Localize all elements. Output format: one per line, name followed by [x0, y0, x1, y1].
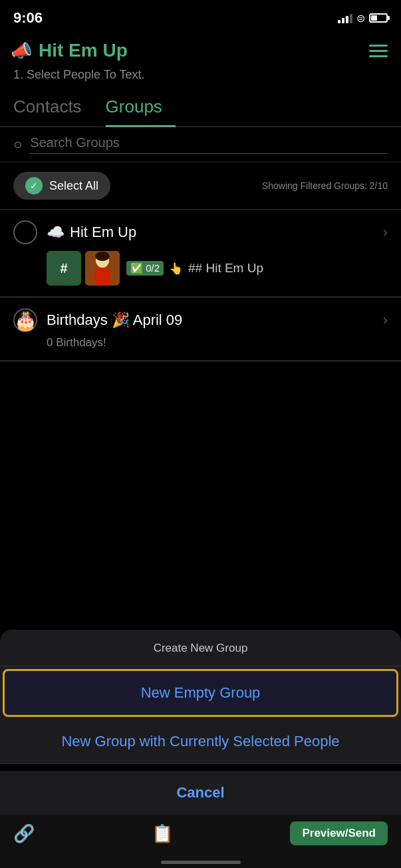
sub-group-name-1: ## Hit Em Up: [188, 261, 263, 276]
bottom-bar: 🔗 📋 Preview/Send: [0, 815, 401, 852]
divider-3: [0, 361, 401, 361]
home-indicator: [161, 861, 241, 864]
check-circle-icon: ✓: [25, 177, 43, 194]
group-title-2: Birthdays 🎉 April 09: [47, 312, 182, 329]
new-group-with-selected-button[interactable]: New Group with Currently Selected People: [0, 720, 401, 764]
bottom-sheet-area: Create New Group New Empty Group New Gro…: [0, 590, 401, 868]
menu-line-1: [369, 45, 388, 47]
group-stats-1: ✅ 0/2 👆 ## Hit Em Up: [126, 261, 263, 276]
thumbnail-img: [85, 251, 120, 286]
signal-icon: [338, 13, 352, 23]
create-group-sheet: Create New Group New Empty Group New Gro…: [0, 630, 401, 764]
group-name-2: Birthdays 🎉 April 09: [47, 312, 374, 329]
header: 📣 Hit Em Up: [0, 33, 401, 68]
search-icon: ○: [13, 136, 22, 153]
pointer-icon: 👆: [169, 262, 183, 276]
document-icon[interactable]: 📋: [152, 823, 173, 844]
group-name-1: ☁️ Hit Em Up: [47, 224, 374, 241]
tab-groups[interactable]: Groups: [106, 91, 176, 127]
menu-line-3: [369, 55, 388, 57]
search-input[interactable]: [30, 135, 388, 154]
count-badge: ✅ 0/2: [126, 261, 164, 276]
sheet-overlay: [0, 590, 401, 630]
attachment-icon[interactable]: 🔗: [13, 823, 35, 844]
status-icons: ⊜: [338, 12, 388, 25]
chevron-right-icon-2: ›: [383, 312, 388, 329]
filter-info: Showing Filtered Groups: 2/10: [262, 180, 388, 191]
tab-contacts[interactable]: Contacts: [13, 91, 95, 126]
group-info-1: ☁️ Hit Em Up: [47, 224, 374, 241]
thumbnail-container-1: #: [47, 251, 120, 286]
preview-send-button[interactable]: Preview/Send: [290, 821, 388, 845]
megaphone-icon: 📣: [11, 41, 32, 61]
group-item-birthdays[interactable]: 🎂 Birthdays 🎉 April 09 › 0 Birthdays!: [0, 298, 401, 361]
group-checkbox-2[interactable]: 🎂: [13, 308, 37, 332]
group-info-2: Birthdays 🎉 April 09: [47, 312, 374, 329]
group-checkbox-1[interactable]: [13, 220, 37, 244]
birthday-cake-icon: 🎂: [14, 310, 37, 331]
cloud-icon: ☁️: [47, 224, 65, 241]
header-left: 📣 Hit Em Up: [11, 40, 128, 61]
menu-button[interactable]: [369, 45, 388, 57]
tabs: Contacts Groups: [0, 91, 401, 127]
group-item-hit-em-up[interactable]: ☁️ Hit Em Up › # ✅ 0/2 👆: [0, 210, 401, 297]
svg-point-4: [95, 252, 110, 261]
svg-rect-2: [94, 268, 110, 286]
group-title-1: Hit Em Up: [70, 224, 136, 241]
subtitle: 1. Select People To Text.: [0, 68, 401, 91]
new-empty-group-button[interactable]: New Empty Group: [3, 669, 398, 717]
home-indicator-area: [0, 852, 401, 868]
battery-icon: [369, 13, 388, 23]
wifi-icon: ⊜: [356, 12, 365, 25]
thumbnail-hash: #: [47, 251, 81, 286]
birthday-sub: 0 Birthdays!: [47, 336, 388, 349]
select-all-row: ✓ Select All Showing Filtered Groups: 2/…: [0, 162, 401, 209]
chevron-right-icon-1: ›: [383, 224, 388, 241]
cancel-button[interactable]: Cancel: [0, 771, 401, 815]
menu-line-2: [369, 50, 388, 52]
select-all-label: Select All: [49, 179, 98, 193]
search-bar: ○: [0, 127, 401, 162]
select-all-button[interactable]: ✓ Select All: [13, 172, 110, 200]
app-title: Hit Em Up: [39, 40, 128, 61]
group-sub-row-1: # ✅ 0/2 👆 ## Hit Em Up: [47, 251, 388, 286]
status-time: 9:06: [13, 9, 43, 27]
sheet-header: Create New Group: [0, 630, 401, 666]
status-bar: 9:06 ⊜: [0, 0, 401, 33]
